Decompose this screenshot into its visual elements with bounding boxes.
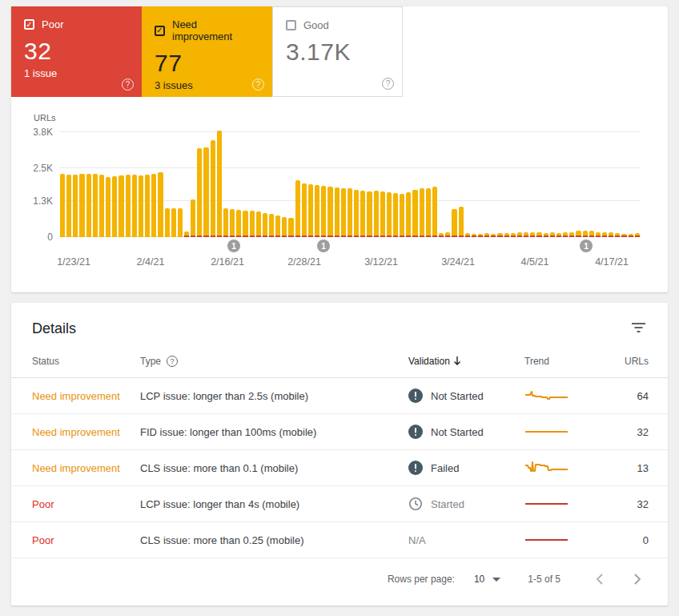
status-cell: Need improvement xyxy=(32,390,140,402)
chart-bar xyxy=(360,191,365,237)
chart-bar xyxy=(315,185,319,237)
col-header-urls[interactable]: URLs xyxy=(613,356,649,367)
col-header-status[interactable]: Status xyxy=(32,356,140,367)
chart-bar xyxy=(295,180,300,237)
type-cell: CLS issue: more than 0.25 (mobile) xyxy=(140,534,408,546)
type-cell: LCP issue: longer than 2.5s (mobile) xyxy=(140,390,408,402)
chart-bar xyxy=(406,192,411,237)
chart-bar xyxy=(197,148,202,237)
col-header-trend[interactable]: Trend xyxy=(524,356,613,367)
col-header-validation[interactable]: Validation xyxy=(408,356,450,367)
table-row[interactable]: PoorLCP issue: longer than 4s (mobile)St… xyxy=(11,486,668,522)
col-header-type[interactable]: Type xyxy=(140,356,161,367)
card-need-improvement-issues: 3 issues xyxy=(155,79,259,91)
annotation-marker[interactable]: 1 xyxy=(227,240,240,252)
chart-bar xyxy=(275,215,280,237)
previous-page-button[interactable] xyxy=(589,570,609,589)
need-improvement-checkbox-icon[interactable]: ✓ xyxy=(155,26,165,36)
chart-bar xyxy=(243,211,247,237)
urls-cell: 64 xyxy=(613,390,649,402)
type-help-icon[interactable]: ? xyxy=(167,356,178,367)
chart-bar xyxy=(367,191,372,237)
table-row[interactable]: Need improvementLCP issue: longer than 2… xyxy=(11,378,668,414)
type-cell: FID issue: longer than 100ms (mobile) xyxy=(140,426,408,438)
error-icon xyxy=(408,425,423,439)
chart-bar xyxy=(184,232,189,237)
table-row[interactable]: Need improvementFID issue: longer than 1… xyxy=(11,414,668,450)
chart-bar xyxy=(112,176,117,237)
card-need-improvement[interactable]: ✓ Need improvement 77 3 issues ? xyxy=(142,6,272,97)
details-title: Details xyxy=(32,320,76,337)
type-cell: LCP issue: longer than 4s (mobile) xyxy=(140,498,408,510)
clock-icon xyxy=(408,497,423,511)
card-poor-value: 32 xyxy=(24,38,129,65)
chart-bar xyxy=(308,184,313,237)
annotation-marker[interactable]: 1 xyxy=(580,240,593,252)
chart-bar xyxy=(432,187,437,237)
chart-bar xyxy=(250,211,255,237)
chart-bar xyxy=(354,190,359,237)
chart-bar xyxy=(145,175,150,237)
chart-bar xyxy=(171,208,176,237)
card-good-label: Good xyxy=(303,19,329,31)
card-poor[interactable]: ✓ Poor 32 1 issue ? xyxy=(11,6,142,97)
chart-bar xyxy=(73,175,78,237)
status-cell: Need improvement xyxy=(32,462,140,474)
validation-cell: N/A xyxy=(408,534,524,546)
chart-bar xyxy=(99,175,104,237)
chart-bar xyxy=(288,218,293,237)
chart-bar xyxy=(230,209,235,237)
y-tick-label: 3.8K xyxy=(33,127,53,138)
good-checkbox-icon[interactable]: ✓ xyxy=(286,20,296,30)
chart-bar xyxy=(223,208,228,237)
bar-series xyxy=(59,126,641,237)
chart-bar xyxy=(459,207,464,237)
chart-bar xyxy=(263,213,267,237)
details-panel: Details Status Type ? Validation Trend U… xyxy=(11,303,668,606)
chart-bar xyxy=(452,209,456,237)
chart-bar xyxy=(282,217,287,237)
chart-bar xyxy=(400,194,404,237)
help-icon[interactable]: ? xyxy=(382,78,394,90)
chart-bar xyxy=(86,174,91,237)
filter-icon[interactable] xyxy=(630,320,647,338)
chart-bar xyxy=(387,192,392,237)
chart-bar xyxy=(165,208,170,237)
poor-checkbox-icon[interactable]: ✓ xyxy=(24,19,34,30)
rows-per-page-select[interactable]: 10 xyxy=(474,574,500,585)
table-row[interactable]: Need improvementCLS issue: more than 0.1… xyxy=(11,450,668,486)
plot-area xyxy=(59,126,641,237)
trend-sparkline xyxy=(524,461,569,473)
chart-bar xyxy=(119,175,123,237)
chart-bar xyxy=(191,199,195,237)
chart-bar xyxy=(583,231,588,237)
urls-cell: 0 xyxy=(613,534,649,546)
chart-bar xyxy=(412,190,417,237)
card-good-value: 3.17K xyxy=(286,38,389,66)
x-tick-label: 2/4/21 xyxy=(137,256,165,268)
table-row[interactable]: PoorCLS issue: more than 0.25 (mobile)N/… xyxy=(11,522,668,558)
chart-bar xyxy=(589,231,594,237)
card-good[interactable]: ✓ Good 3.17K ? xyxy=(272,6,403,97)
urls-cell: 32 xyxy=(613,426,649,438)
validation-cell: Not Started xyxy=(408,389,524,403)
chart-bar xyxy=(348,188,352,237)
trend-cell xyxy=(524,533,613,548)
chart-bar xyxy=(93,174,98,237)
chart-bar xyxy=(236,210,241,237)
status-cell: Need improvement xyxy=(32,426,140,438)
pagination: Rows per page: 10 1-5 of 5 xyxy=(11,558,668,600)
chart-bar xyxy=(327,187,332,237)
help-icon[interactable]: ? xyxy=(252,79,264,91)
x-tick-label: 2/28/21 xyxy=(287,256,321,268)
chart-bar xyxy=(106,177,110,237)
chart-bar xyxy=(151,174,156,237)
validation-cell: Started xyxy=(408,497,524,511)
chart-bar xyxy=(132,175,137,237)
chart-bar xyxy=(178,208,183,237)
help-icon[interactable]: ? xyxy=(122,79,134,91)
chart-bar xyxy=(211,140,215,237)
chart-bar xyxy=(426,188,431,237)
annotation-marker[interactable]: 1 xyxy=(317,240,330,252)
next-page-button[interactable] xyxy=(628,570,647,589)
